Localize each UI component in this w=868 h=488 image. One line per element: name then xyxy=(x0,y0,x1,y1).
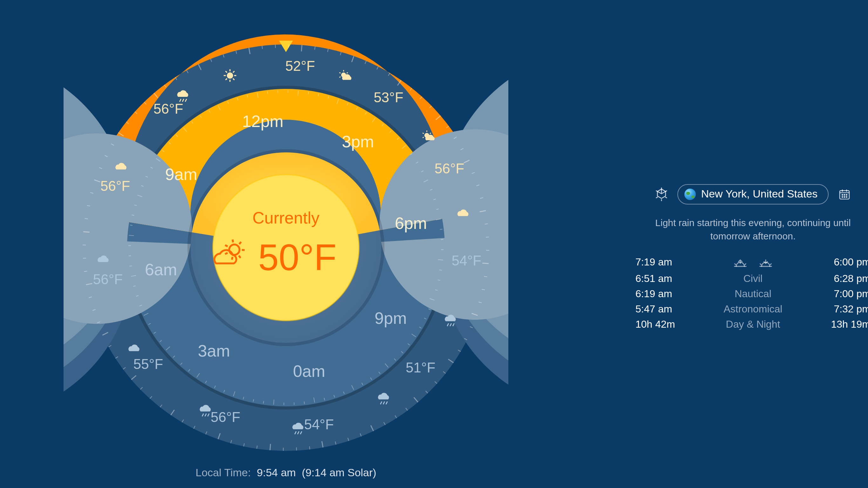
svg-line-257 xyxy=(771,264,771,265)
sun-row-left: 6:19 am xyxy=(636,288,709,300)
sun-row-left: 5:47 am xyxy=(636,303,709,315)
ring-temp: 55°F xyxy=(133,356,163,372)
sun-row-right: 6:00 pm xyxy=(798,257,868,269)
svg-line-82 xyxy=(484,276,487,276)
svg-line-54 xyxy=(262,46,262,49)
sun-row-right: 7:00 pm xyxy=(798,288,868,300)
svg-line-33 xyxy=(83,232,90,232)
ring-temp: 51°F xyxy=(406,360,435,375)
clock-label: 12pm xyxy=(242,112,283,130)
svg-line-6 xyxy=(309,447,310,450)
svg-line-126 xyxy=(129,266,132,266)
svg-line-242 xyxy=(232,257,232,260)
svg-line-256 xyxy=(760,264,761,265)
ring-temp: 54°F xyxy=(452,253,481,268)
svg-text:Currently: Currently xyxy=(253,208,320,227)
svg-point-250 xyxy=(844,197,845,197)
sun-row-right: 7:32 pm xyxy=(798,303,868,315)
local-time: Local Time: 9:54 am (9:14 am Solar) xyxy=(64,467,508,480)
svg-point-247 xyxy=(844,194,845,195)
clock-label: 6pm xyxy=(395,214,427,232)
clock-label: 0am xyxy=(293,362,325,380)
svg-line-130 xyxy=(130,225,132,225)
ring-temp: 52°F xyxy=(285,58,315,74)
location-selector[interactable]: New York, United States xyxy=(678,184,829,204)
ring-temp: 53°F xyxy=(374,90,403,105)
svg-point-248 xyxy=(846,194,847,195)
location-label: New York, United States xyxy=(701,188,818,201)
svg-text:50°F: 50°F xyxy=(258,237,337,278)
sun-row-left: 7:19 am xyxy=(636,257,709,269)
sun-row-mid xyxy=(724,257,782,269)
svg-line-129 xyxy=(129,235,134,236)
local-time-value: 9:54 am xyxy=(257,467,296,479)
sun-row-right: 13h 19m xyxy=(798,319,868,330)
forecast-summary: Light rain starting this evening, contin… xyxy=(636,216,868,242)
sun-row-left: 10h 42m xyxy=(636,319,709,330)
svg-line-254 xyxy=(745,264,746,265)
svg-line-9 xyxy=(270,444,271,450)
sun-row-mid: Civil xyxy=(724,273,782,285)
clock-label: 9pm xyxy=(375,309,407,327)
sun-row-mid: Nautical xyxy=(724,288,782,300)
local-time-label: Local Time: xyxy=(196,467,251,479)
clock-label: 3pm xyxy=(342,132,374,151)
svg-line-106 xyxy=(264,401,264,403)
sun-icon xyxy=(224,69,237,82)
svg-line-178 xyxy=(439,270,442,270)
local-time-solar: (9:14 am Solar) xyxy=(302,467,376,479)
svg-line-177 xyxy=(438,260,443,260)
svg-line-78 xyxy=(485,224,488,224)
ring-temp: 56°F xyxy=(93,271,123,287)
svg-line-7 xyxy=(297,447,297,451)
svg-line-81 xyxy=(482,263,489,264)
svg-line-244 xyxy=(225,245,227,247)
sun-table: 7:19 am 6:00 pm6:51 amCivil6:28 pm6:19 a… xyxy=(636,257,868,330)
svg-point-206 xyxy=(227,73,233,78)
svg-line-55 xyxy=(275,45,276,48)
ar-3d-icon[interactable] xyxy=(654,186,670,202)
svg-point-246 xyxy=(842,194,843,195)
svg-line-150 xyxy=(268,91,268,94)
ring-temp: 54°F xyxy=(304,417,334,432)
ring-temp: 56°F xyxy=(153,101,183,117)
svg-line-153 xyxy=(298,91,298,96)
svg-line-57 xyxy=(302,45,302,52)
sun-row-mid: Astronomical xyxy=(724,303,782,315)
ring-temp: 56°F xyxy=(211,409,240,425)
solar-dial[interactable]: 0am3am6am9am12pm3pm6pm9pm54°F56°F55°F56°… xyxy=(64,25,508,470)
clock-label: 9am xyxy=(165,165,197,184)
svg-line-58 xyxy=(314,47,315,50)
sun-row-left: 6:51 am xyxy=(636,273,709,285)
clock-label: 6am xyxy=(145,260,177,279)
svg-line-238 xyxy=(232,239,233,242)
svg-line-31 xyxy=(83,258,86,258)
svg-line-34 xyxy=(85,219,88,219)
svg-line-174 xyxy=(440,229,442,230)
sun-row-mid: Day & Night xyxy=(724,319,782,330)
ring-temp: 56°F xyxy=(100,178,130,194)
ring-temp: 56°F xyxy=(435,161,464,176)
globe-icon xyxy=(685,189,696,200)
svg-line-105 xyxy=(274,400,274,405)
svg-line-79 xyxy=(486,237,489,237)
svg-line-154 xyxy=(308,92,309,94)
svg-point-249 xyxy=(842,197,843,197)
calendar-icon[interactable] xyxy=(836,186,852,202)
clock-label: 3am xyxy=(198,341,230,360)
svg-line-102 xyxy=(304,402,304,404)
sun-row-right: 6:28 pm xyxy=(798,273,868,285)
svg-line-253 xyxy=(735,264,736,265)
svg-line-30 xyxy=(84,271,87,271)
svg-line-243 xyxy=(225,253,227,254)
svg-point-251 xyxy=(846,197,847,197)
svg-line-10 xyxy=(257,446,257,449)
